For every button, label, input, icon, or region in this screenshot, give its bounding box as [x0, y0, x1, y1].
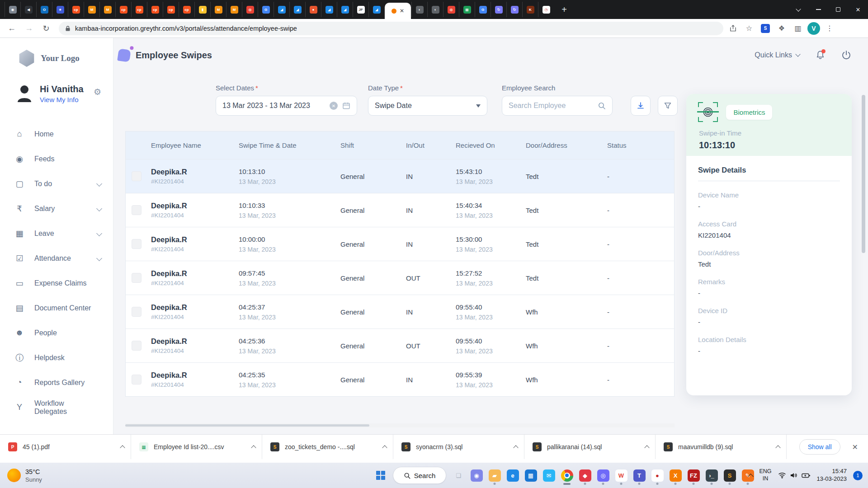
pinned-tab[interactable]: cp [115, 2, 131, 17]
pinned-tab[interactable]: ◐ [427, 2, 443, 17]
download-chip[interactable]: S maavumilldb (9).sql [656, 435, 787, 459]
pinned-tab[interactable]: M [226, 2, 242, 17]
pinned-tab[interactable]: ◢ [289, 2, 305, 17]
pinned-tab[interactable]: ◢ [368, 2, 384, 17]
sidebar-item[interactable]: ▭ Expense Claims [0, 271, 113, 296]
employee-search-box[interactable] [502, 96, 613, 116]
logout-power-icon[interactable] [841, 50, 852, 61]
address-bar[interactable]: kambaa-incorporation.greythr.com/v3/port… [59, 22, 723, 35]
column-header[interactable]: In/Out [406, 141, 456, 149]
pinned-tab[interactable]: cp [179, 2, 194, 17]
notifications-bell-icon[interactable] [815, 50, 826, 61]
taskbar-app[interactable]: ◎ [594, 465, 612, 486]
column-header[interactable]: Shift [340, 141, 406, 149]
taskbar-app[interactable]: S [721, 465, 739, 486]
clock[interactable]: 15:4713-03-2023 [817, 468, 847, 483]
sidebar-item[interactable]: ▢ To do [0, 171, 113, 196]
taskbar-app[interactable]: ● [648, 465, 666, 486]
pinned-tab[interactable]: cp [68, 2, 84, 17]
pinned-tab[interactable]: O [36, 2, 52, 17]
taskbar-app[interactable]: ◉ [467, 465, 486, 486]
extensions-puzzle-icon[interactable]: ❖ [775, 22, 788, 35]
chevron-up-icon[interactable] [382, 445, 387, 450]
volume-icon[interactable] [790, 472, 798, 479]
column-header[interactable]: Status [607, 141, 674, 149]
clear-dates-icon[interactable]: ✕ [330, 102, 338, 110]
table-row[interactable]: Deepika.R #KI2201404 09:57:4513 Mar, 202… [126, 261, 674, 295]
new-tab-button[interactable]: + [557, 3, 571, 16]
pinned-tab[interactable]: ↻ [491, 2, 506, 17]
quick-links-menu[interactable]: Quick Links [755, 51, 800, 59]
scrollbar-thumb[interactable] [125, 424, 369, 427]
pinned-tab[interactable]: cp [163, 2, 179, 17]
pinned-tab[interactable]: ◢ [337, 2, 353, 17]
taskbar-app[interactable]: W [612, 465, 630, 486]
row-checkbox[interactable] [132, 171, 142, 181]
share-icon[interactable] [726, 22, 740, 35]
row-checkbox[interactable] [132, 375, 142, 385]
tab-search-icon[interactable] [788, 0, 808, 19]
profile-avatar[interactable]: V [807, 22, 820, 35]
close-downloads-icon[interactable]: ✕ [852, 443, 858, 451]
side-panel-icon[interactable]: ▥ [791, 22, 805, 35]
pinned-tab[interactable]: G [475, 2, 491, 17]
column-header[interactable]: Employee Name [126, 141, 239, 149]
taskbar-app[interactable]: X [666, 465, 684, 486]
row-checkbox[interactable] [132, 239, 142, 249]
sidebar-item[interactable]: Y Workflow Delegates [0, 395, 113, 420]
pinned-tab[interactable]: ● [305, 2, 321, 17]
wifi-icon[interactable] [778, 472, 786, 479]
settings-gear-icon[interactable]: ⚙ [94, 87, 101, 97]
taskbar-app[interactable]: ❏ [449, 465, 467, 486]
pinned-tab[interactable]: cp [147, 2, 163, 17]
pinned-tab[interactable]: M [99, 2, 115, 17]
search-input[interactable] [509, 102, 590, 110]
pinned-tab[interactable]: M [210, 2, 226, 17]
pinned-tab[interactable]: ◐ [411, 2, 427, 17]
start-button[interactable] [372, 466, 390, 484]
language-switcher[interactable]: ENGIN [759, 468, 771, 482]
table-row[interactable]: Deepika.R #KI2201404 10:13:1013 Mar, 202… [126, 159, 674, 193]
filter-button[interactable] [658, 96, 678, 116]
scrollbar-thumb[interactable] [862, 95, 865, 253]
browser-menu-icon[interactable]: ⋮ [823, 22, 836, 35]
taskbar-app[interactable]: ›_ [703, 465, 721, 486]
taskbar-app[interactable]: FZ [684, 465, 703, 486]
active-tab[interactable]: ✕ [385, 3, 411, 19]
minimize-button[interactable] [808, 0, 828, 19]
weather-widget[interactable]: 35°C Sunny [0, 468, 42, 483]
download-chip[interactable]: S syonacrm (3).sql [393, 435, 524, 459]
download-chip[interactable]: S zoo_tickets_demo -....sql [262, 435, 393, 459]
pinned-tab[interactable]: ◢ [321, 2, 337, 17]
reload-button[interactable]: ↻ [39, 21, 53, 36]
row-checkbox[interactable] [132, 341, 142, 351]
sidebar-item[interactable]: ◉ Feeds [0, 146, 113, 171]
pinned-tab[interactable]: G [258, 2, 274, 17]
pinned-tab[interactable]: cp [131, 2, 147, 17]
download-chip[interactable]: ▦ Employee Id list-20....csv [131, 435, 262, 459]
pinned-tab[interactable]: M [84, 2, 99, 17]
chevron-up-icon[interactable] [120, 445, 125, 450]
chevron-up-icon[interactable] [513, 445, 518, 450]
table-row[interactable]: Deepika.R #KI2201404 10:10:3313 Mar, 202… [126, 193, 674, 227]
back-button[interactable]: ← [5, 21, 19, 36]
sidebar-item[interactable]: ▦ Leave [0, 221, 113, 246]
taskbar-app[interactable]: ◆ [576, 465, 594, 486]
taskbar-app[interactable]: T [630, 465, 648, 486]
row-checkbox[interactable] [132, 205, 142, 215]
show-all-button[interactable]: Show all [799, 439, 840, 455]
extension-icon[interactable]: S [759, 22, 772, 35]
download-chip[interactable]: P 45 (1).pdf [0, 435, 131, 459]
pinned-tab[interactable]: ◀ [20, 2, 36, 17]
forward-button[interactable]: → [22, 21, 36, 36]
battery-icon[interactable] [802, 473, 811, 479]
sidebar-item[interactable]: ▤ Document Center [0, 296, 113, 320]
download-chip[interactable]: S pallikaranai (14).sql [524, 435, 656, 459]
pinned-tab[interactable]: ◢ [274, 2, 289, 17]
pinned-tab[interactable]: ↻ [506, 2, 522, 17]
sidebar-item[interactable]: ⌂ Home [0, 122, 113, 146]
pinned-tab[interactable]: ▦ [459, 2, 475, 17]
pinned-tab[interactable]: ◷ [538, 2, 554, 17]
column-header[interactable]: Door/Address [526, 141, 607, 149]
taskbar-app[interactable] [558, 465, 576, 486]
